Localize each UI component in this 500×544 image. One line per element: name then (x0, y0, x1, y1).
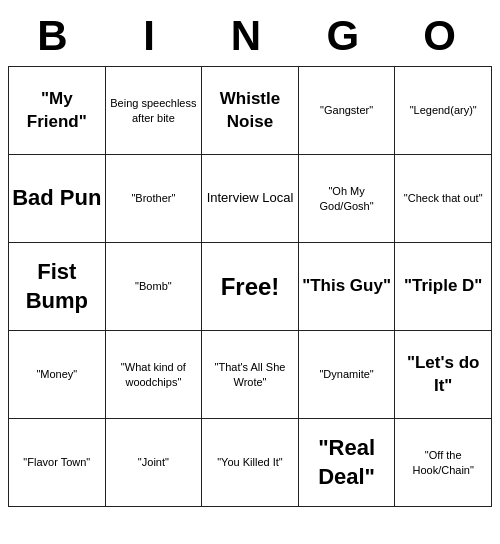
cell-r0-c2: Whistle Noise (202, 67, 299, 155)
cell-r3-c1: "What kind of woodchips" (105, 331, 202, 419)
cell-r4-c2: "You Killed It" (202, 419, 299, 507)
cell-r4-c1: "Joint" (105, 419, 202, 507)
cell-r0-c0: "My Friend" (9, 67, 106, 155)
cell-r3-c3: "Dynamite" (298, 331, 395, 419)
cell-r0-c4: "Legend(ary)" (395, 67, 492, 155)
title-b: B (16, 12, 96, 60)
cell-r3-c2: "That's All She Wrote" (202, 331, 299, 419)
title-i: I (113, 12, 193, 60)
cell-r1-c2: Interview Local (202, 155, 299, 243)
cell-r2-c0: Fist Bump (9, 243, 106, 331)
cell-r1-c4: "Check that out" (395, 155, 492, 243)
title-o: O (404, 12, 484, 60)
cell-r2-c1: "Bomb" (105, 243, 202, 331)
bingo-title: B I N G O (8, 8, 492, 66)
cell-r4-c3: "Real Deal" (298, 419, 395, 507)
cell-r4-c0: "Flavor Town" (9, 419, 106, 507)
cell-r0-c1: Being speechless after bite (105, 67, 202, 155)
cell-r1-c0: Bad Pun (9, 155, 106, 243)
title-n: N (210, 12, 290, 60)
cell-r1-c1: "Brother" (105, 155, 202, 243)
cell-r3-c0: "Money" (9, 331, 106, 419)
cell-r1-c3: "Oh My God/Gosh" (298, 155, 395, 243)
bingo-grid: "My Friend"Being speechless after biteWh… (8, 66, 492, 507)
cell-r4-c4: "Off the Hook/Chain" (395, 419, 492, 507)
cell-r3-c4: "Let's do It" (395, 331, 492, 419)
cell-r2-c3: "This Guy" (298, 243, 395, 331)
cell-r2-c4: "Triple D" (395, 243, 492, 331)
cell-r2-c2: Free! (202, 243, 299, 331)
cell-r0-c3: "Gangster" (298, 67, 395, 155)
title-g: G (307, 12, 387, 60)
